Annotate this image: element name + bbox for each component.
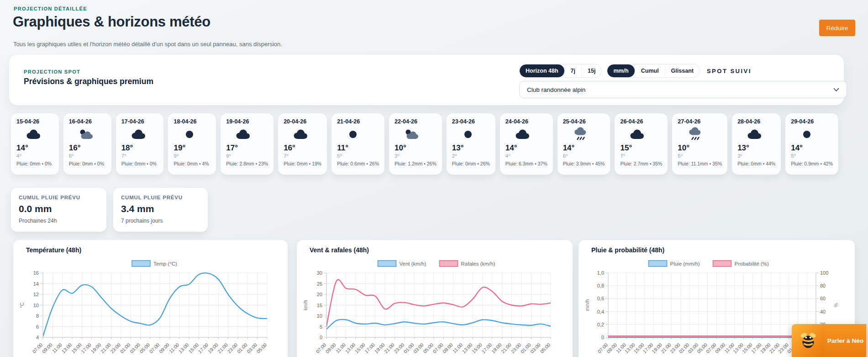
svg-text:1,0: 1,0 [597, 270, 604, 276]
rain-summary: Pluie: 2.7mm • 35% [620, 161, 662, 166]
rain-summary: Pluie: 3.9mm • 45% [563, 161, 605, 166]
svg-text:07:00: 07:00 [148, 342, 161, 354]
svg-text:11:00: 11:00 [452, 342, 464, 354]
svg-text:10: 10 [33, 303, 39, 308]
bee-mascot-icon [792, 324, 825, 357]
temp-max: 16° [284, 144, 321, 153]
temp-min: 5° [791, 153, 833, 159]
temp-min: 7° [121, 153, 158, 159]
day-card-24-04-26: 24-04-2614°4°Pluie: 6.3mm • 37% [500, 113, 553, 175]
day-card-15-04-26: 15-04-2614°4°Pluie: 0mm • 0% [11, 113, 59, 175]
toggle-mode-mm-h[interactable]: mm/h [607, 64, 634, 77]
svg-text:17:00: 17:00 [363, 342, 376, 354]
rain-summary: Pluie: 11.1mm • 35% [678, 161, 722, 166]
svg-text:60: 60 [820, 296, 826, 301]
svg-text:23:00: 23:00 [510, 342, 522, 354]
chart-canvas-0: 1614121086407:0009:0011:0013:0015:0017:0… [17, 256, 288, 357]
svg-text:40: 40 [820, 309, 826, 314]
toggle-horizon-7j[interactable]: 7j [564, 64, 581, 77]
svg-text:05:00: 05:00 [539, 342, 551, 354]
day-date: 15-04-26 [16, 118, 53, 125]
toggle-horizon-15j[interactable]: 15j [581, 64, 601, 77]
svg-text:07:00: 07:00 [432, 342, 444, 354]
temp-min: 9° [174, 153, 210, 159]
day-card-29-04-26: 29-04-2614°5°Pluie: 0.9mm • 42% [785, 113, 838, 175]
svg-text:°C: °C [19, 302, 25, 308]
cumul-label: CUMUL PLUIE PRÉVU [121, 195, 200, 200]
svg-text:09:00: 09:00 [714, 342, 726, 354]
rain-summary: Pluie: 0.9mm • 42% [791, 161, 833, 166]
section-eyebrow: PROJECTION DÉTAILLÉE [14, 6, 87, 11]
cumul-value: 0.0 mm [19, 203, 99, 214]
toggle-horizon-horizon-48h[interactable]: Horizon 48h [520, 64, 564, 77]
svg-text:0: 0 [320, 335, 322, 340]
temp-max: 14° [791, 144, 833, 153]
collapse-button[interactable]: Réduire [819, 20, 855, 36]
svg-text:11:00: 11:00 [335, 342, 347, 354]
svg-text:19:00: 19:00 [490, 342, 503, 354]
toggle-mode-cumul[interactable]: Cumul [635, 64, 665, 77]
temp-max: 16° [69, 144, 106, 153]
svg-text:05:00: 05:00 [138, 342, 151, 354]
svg-text:07:00: 07:00 [31, 342, 43, 354]
temp-min: 3° [395, 153, 437, 159]
cumul-caption: 7 prochains jours [121, 218, 200, 224]
cloud-icon [620, 126, 662, 143]
svg-text:16: 16 [33, 270, 39, 276]
sun-icon [452, 126, 490, 143]
svg-text:11:00: 11:00 [51, 342, 63, 354]
rain-icon [678, 126, 722, 143]
day-date: 18-04-26 [174, 118, 210, 125]
cloud-icon [505, 126, 547, 143]
chat-button[interactable]: Parler à Néo [792, 324, 866, 357]
rain-summary: Pluie: 0mm • 26% [452, 161, 490, 166]
page-subtitle: Tous les graphiques utiles et l'horizon … [13, 41, 282, 48]
svg-text:80: 80 [820, 283, 826, 288]
chevron-down-icon [833, 86, 839, 93]
svg-text:09:00: 09:00 [41, 342, 53, 354]
svg-text:09:00: 09:00 [605, 342, 618, 354]
svg-text:Rafales (km/h): Rafales (km/h) [461, 261, 495, 266]
panel-controls: Horizon 48h7j15j mm/hCumulGlissant SPOT … [519, 64, 752, 78]
chart-title: Température (48h) [26, 246, 288, 254]
chart-canvas-1: 30252015105007:0009:0011:0013:0015:0017:… [300, 256, 573, 357]
svg-text:07:00: 07:00 [315, 342, 327, 354]
day-date: 23-04-26 [452, 118, 490, 125]
svg-text:0,8: 0,8 [597, 283, 604, 288]
spot-select[interactable]: Club randonnée alpin [519, 81, 847, 98]
panel-eyebrow: PROJECTION SPOT [24, 69, 80, 75]
cloud-icon [121, 126, 158, 143]
svg-text:Probabilité (%): Probabilité (%) [735, 261, 769, 266]
spot-label: SPOT SUIVI [707, 68, 752, 75]
svg-text:01:00: 01:00 [119, 342, 131, 354]
svg-text:13:00: 13:00 [60, 342, 73, 354]
temp-max: 10° [395, 144, 437, 153]
day-card-21-04-26: 21-04-2611°5°Pluie: 0.6mm • 26% [331, 113, 384, 175]
rain-summary: Pluie: 0mm • 4% [174, 161, 210, 166]
day-date: 22-04-26 [395, 118, 437, 125]
svg-text:09:00: 09:00 [325, 342, 337, 354]
day-card-28-04-26: 28-04-2613°3°Pluie: 0mm • 44% [732, 113, 781, 175]
svg-text:20: 20 [317, 292, 322, 297]
svg-text:12: 12 [33, 292, 39, 297]
cloud-sun-icon [69, 126, 106, 143]
day-date: 28-04-26 [737, 118, 775, 125]
toggle-mode-glissant[interactable]: Glissant [665, 64, 700, 77]
svg-text:03:00: 03:00 [529, 342, 542, 354]
temp-max: 13° [737, 144, 775, 153]
rain-summary: Pluie: 6.3mm • 37% [505, 161, 547, 166]
rain-summary: Pluie: 0mm • 0% [16, 161, 53, 166]
chat-button-body: Parler à Néo [825, 324, 866, 357]
day-date: 26-04-26 [620, 118, 662, 125]
svg-text:15:00: 15:00 [471, 342, 483, 354]
svg-text:13:00: 13:00 [178, 342, 190, 354]
rain-summary: Pluie: 0mm • 19% [284, 161, 321, 166]
svg-text:03:00: 03:00 [412, 342, 425, 354]
svg-text:15:00: 15:00 [187, 342, 200, 354]
svg-text:17:00: 17:00 [197, 342, 209, 354]
svg-text:21:00: 21:00 [216, 342, 229, 354]
day-card-17-04-26: 17-04-2618°7°Pluie: 0mm • 0% [116, 113, 164, 175]
temp-max: 15° [620, 144, 662, 153]
chart-card-vent-rafales-48h: Vent & rafales (48h)30252015105007:0009:… [297, 240, 573, 357]
day-card-20-04-26: 20-04-2616°7°Pluie: 0mm • 19% [278, 113, 327, 175]
